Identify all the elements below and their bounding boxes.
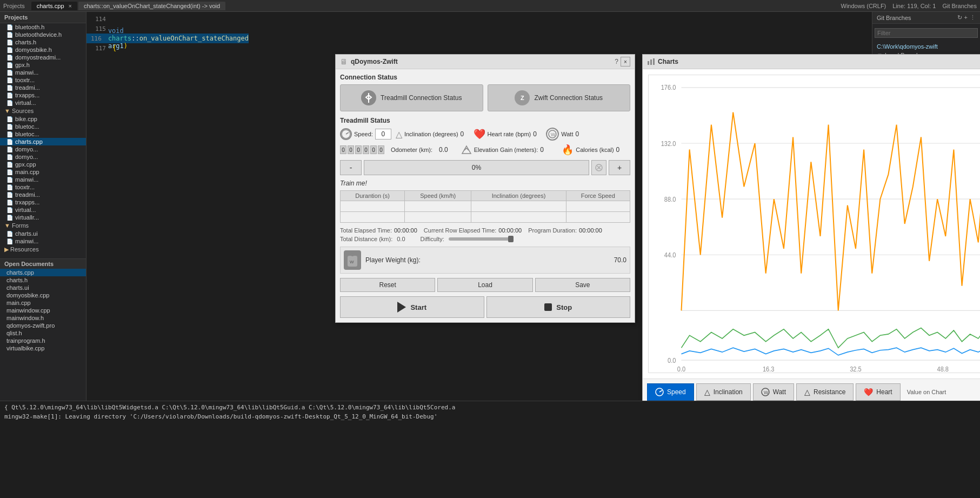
tree-domyo2[interactable]: 📄domyo... — [0, 153, 86, 161]
svg-text:132.0: 132.0 — [661, 140, 676, 148]
tree-charts-ui[interactable]: 📄charts.ui — [0, 230, 86, 237]
tree-trxapps-cpp[interactable]: 📄trxapps... — [0, 198, 86, 206]
tree-virtuallr[interactable]: 📄virtuallr... — [0, 214, 86, 221]
doc-virtualbike-cpp[interactable]: virtualbike.cpp — [0, 344, 86, 352]
treadmill-status-label: Treadmill Status — [340, 117, 630, 124]
difficulty-slider[interactable] — [449, 237, 514, 241]
tree-domyo1[interactable]: 📄domyo... — [0, 145, 86, 153]
top-bar: Projects charts.cpp × charts::on_valueOn… — [0, 0, 980, 12]
doc-mainwindow-cpp[interactable]: mainwindow.cpp — [0, 307, 86, 314]
stop-btn[interactable]: Stop — [486, 296, 631, 318]
tree-bluetoothdevice-h[interactable]: 📄bluetoothdevice.h — [0, 31, 86, 38]
chart-btn-speed[interactable]: Speed — [647, 383, 694, 401]
editor-content[interactable]: 114 115 116 void charts::on_valueOnChart… — [86, 12, 249, 401]
tree-tooxtr[interactable]: 📄tooxtr... — [0, 76, 86, 84]
doc-trainprogram-h[interactable]: trainprogram.h — [0, 337, 86, 344]
svg-text:0.0: 0.0 — [668, 356, 676, 364]
heartrate-group: ❤️ Heart rate (bpm) 0 — [474, 128, 542, 140]
svg-point-5 — [351, 253, 354, 256]
svg-text:W: W — [764, 390, 769, 395]
tree-domyosbike-h[interactable]: 📄domyosbike.h — [0, 46, 86, 54]
tree-charts-cpp[interactable]: 📄charts.cpp — [0, 138, 86, 145]
chart-btn-watt[interactable]: W Watt — [753, 383, 794, 401]
reset-btn[interactable]: Reset — [340, 278, 435, 292]
watt-icon: W — [546, 128, 559, 141]
elevation-icon — [461, 145, 472, 155]
chart-btn-inclination[interactable]: △ Inclination — [696, 383, 751, 401]
dialog-help[interactable]: ? — [615, 58, 618, 65]
tree-gpx-h[interactable]: 📄gpx.h — [0, 61, 86, 69]
tree-virtual[interactable]: 📄virtual... — [0, 99, 86, 107]
save-btn[interactable]: Save — [535, 278, 630, 292]
sources-folder[interactable]: ▼ Sources — [0, 107, 86, 115]
tree-mainwi-ui[interactable]: 📄mainwi... — [0, 237, 86, 245]
tree-charts-h[interactable]: 📄charts.h — [0, 38, 86, 46]
svg-text:16.3: 16.3 — [763, 365, 775, 373]
svg-text:44.0: 44.0 — [664, 251, 676, 259]
charts-title: Charts — [647, 58, 678, 65]
doc-charts-ui[interactable]: charts.ui — [0, 284, 86, 291]
train-table: Durantion (s) Speed (km/h) Inclination (… — [340, 190, 630, 223]
tree-gpx-cpp[interactable]: 📄gpx.cpp — [0, 161, 86, 168]
filter-input[interactable] — [875, 28, 978, 38]
load-btn[interactable]: Load — [437, 278, 532, 292]
svg-text:0.0: 0.0 — [677, 365, 686, 373]
stop-icon — [544, 303, 552, 311]
tab-charts-cpp[interactable]: charts.cpp × — [31, 2, 77, 10]
tree-mainwi[interactable]: 📄mainwi... — [0, 69, 86, 76]
charts-title-bar: Charts ? × — [643, 55, 980, 69]
open-docs-section: Open Documents charts.cpp charts.h chart… — [0, 258, 86, 352]
chart-btn-resistance[interactable]: △ Resistance — [796, 383, 854, 401]
progress-plus-btn[interactable]: + — [609, 160, 630, 175]
doc-domyosbike-cpp[interactable]: domyosbike.cpp — [0, 291, 86, 299]
tree-bluetoc1[interactable]: 📄bluetoc... — [0, 123, 86, 130]
tree-trxapps[interactable]: 📄trxapps... — [0, 91, 86, 99]
start-btn[interactable]: Start — [340, 296, 484, 318]
difficulty-row: Total Distance (km): 0.0 Difficulty: — [340, 236, 630, 242]
progress-minus-btn[interactable]: - — [340, 160, 362, 175]
tree-main-cpp[interactable]: 📄main.cpp — [0, 168, 86, 176]
play-icon — [397, 302, 406, 313]
table-row — [341, 201, 630, 212]
code-editor[interactable]: 114 115 116 void charts::on_valueOnChart… — [86, 12, 249, 401]
git-panel-btn3[interactable]: ⋮ — [970, 14, 976, 21]
metrics-row: Speed: 0 △ Inclination (degrees) 0 ❤️ — [340, 128, 630, 141]
doc-main-cpp[interactable]: main.cpp — [0, 299, 86, 307]
treadmill-conn-btn[interactable]: Treadmill Connection Status — [340, 84, 483, 111]
resources-folder[interactable]: ▶ Resources — [0, 245, 86, 254]
tree-tooxtr-cpp[interactable]: 📄tooxtr... — [0, 183, 86, 191]
doc-charts-h[interactable]: charts.h — [0, 276, 86, 284]
tree-bluetoc2[interactable]: 📄bluetoc... — [0, 130, 86, 138]
git-panel-btn2[interactable]: + — [964, 14, 968, 21]
dialog-close[interactable]: × — [621, 57, 630, 67]
doc-qlist-h[interactable]: qlist.h — [0, 329, 86, 337]
branch-path: C:\Work\qdomyos-zwift — [872, 42, 980, 51]
zwift-icon: Z — [515, 90, 530, 105]
tree-virtual-cpp[interactable]: 📄virtual... — [0, 206, 86, 214]
tree-treadmi-cpp[interactable]: 📄treadmi... — [0, 191, 86, 198]
tree-bluetooth-h[interactable]: 📄bluetooth.h — [0, 23, 86, 31]
speed-value-box[interactable]: 0 — [375, 129, 391, 140]
tab-function[interactable]: charts::on_valueOnChart_stateChanged(int… — [78, 2, 225, 10]
tree-treadmi[interactable]: 📄treadmi... — [0, 84, 86, 91]
calories-icon: 🔥 — [562, 144, 574, 156]
speed-group: Speed: 0 — [340, 128, 391, 140]
tree-domyostreadmi[interactable]: 📄domyostreadmi... — [0, 54, 86, 61]
resistance-chart-icon: △ — [804, 388, 810, 396]
doc-charts-cpp[interactable]: charts.cpp — [0, 269, 86, 276]
chart-controls: Speed △ Inclination W Watt △ Resistance … — [643, 379, 980, 401]
doc-mainwindow-h[interactable]: mainwindow.h — [0, 314, 86, 322]
content-area: 🖥 qDoymos-Zwift ? × Connection Status — [249, 12, 980, 401]
chart-btn-heart[interactable]: ❤️ Heart — [856, 383, 900, 401]
tree-mainwi-cpp[interactable]: 📄mainwi... — [0, 176, 86, 183]
zwift-conn-btn[interactable]: Z Zwift Connection Status — [488, 84, 631, 111]
bottom-text-2: mingw32-make[1]: Leaving directory 'C:/U… — [4, 413, 976, 422]
git-panel-btn1[interactable]: ↻ — [957, 14, 962, 21]
odo-row: 0 0 0 0 0 0 Odometer (km): 0.0 Elevation… — [340, 144, 630, 156]
heart-chart-icon: ❤️ — [864, 388, 873, 396]
tree-bike-cpp[interactable]: 📄bike.cpp — [0, 115, 86, 123]
forms-folder[interactable]: ▼ Forms — [0, 221, 86, 230]
sidebar-header: Projects — [0, 12, 86, 23]
progress-cancel-btn[interactable] — [591, 160, 606, 175]
doc-qdomyos-zwift-pro[interactable]: qdomyos-zwift.pro — [0, 322, 86, 329]
